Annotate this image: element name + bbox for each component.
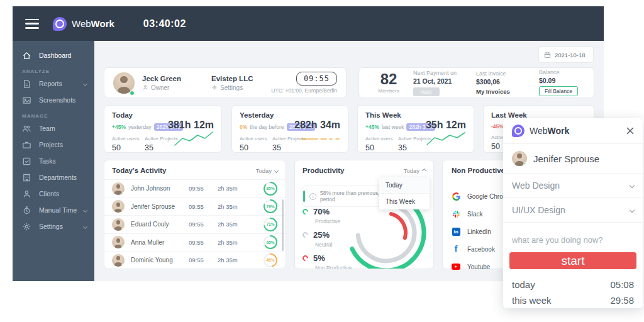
avatar bbox=[112, 236, 125, 248]
sidebar-section-analyze: ANALYZE bbox=[13, 64, 94, 75]
card-title: Today's Activity bbox=[112, 167, 166, 174]
date-picker[interactable]: 2021-10-18 bbox=[538, 47, 594, 63]
trend-line-chart bbox=[174, 130, 214, 147]
chevron-up-icon bbox=[422, 168, 426, 172]
menu-item-this-week[interactable]: This Week bbox=[379, 194, 430, 209]
start-button[interactable]: start bbox=[509, 252, 636, 269]
company-name: Evistep LLC bbox=[211, 75, 253, 82]
google-icon bbox=[452, 192, 460, 201]
activity-description-input[interactable] bbox=[503, 228, 643, 250]
user-role: Owner bbox=[151, 84, 169, 91]
home-icon bbox=[22, 51, 31, 60]
team-icon bbox=[22, 124, 31, 133]
activity-row[interactable]: Eduard Couly 09:55 2h 35m 71% bbox=[104, 215, 286, 233]
tasks-icon bbox=[22, 157, 31, 166]
gear-icon bbox=[211, 84, 218, 91]
change-percent: +45% bbox=[365, 124, 379, 130]
activity-row[interactable]: Jenifer Sprouse 09:55 2h 35m 79% bbox=[104, 197, 286, 216]
chevron-down-icon bbox=[630, 208, 635, 213]
avatar bbox=[112, 182, 125, 195]
stopwatch-icon bbox=[22, 206, 31, 215]
total-time: 282h 34m bbox=[294, 119, 340, 131]
productivity-card: Productivity Today Today This Week i 58%… bbox=[294, 160, 434, 269]
week-total-row: this week29:58 bbox=[503, 292, 643, 306]
total-time: 35h 12m bbox=[426, 119, 466, 131]
company-settings-link[interactable]: Settings bbox=[211, 84, 253, 91]
sidebar-item-departments[interactable]: Departments bbox=[13, 169, 94, 186]
topbar: WebWork 03:40:02 bbox=[13, 6, 604, 41]
info-icon: i bbox=[309, 193, 316, 200]
members-card: 82 Members Next Payment on 21 Oct, 2021 … bbox=[358, 67, 594, 98]
menu-item-today[interactable]: Today bbox=[379, 177, 430, 194]
client-icon bbox=[22, 189, 31, 199]
productivity-ring: 85% bbox=[263, 181, 278, 196]
sidebar-item-manual-time[interactable]: Manual Time bbox=[13, 202, 94, 218]
project-select[interactable]: Web Design bbox=[503, 174, 643, 198]
facebook-icon: f bbox=[452, 245, 460, 253]
balance-amount: $0.09 bbox=[539, 77, 578, 84]
sidebar-item-projects[interactable]: Projects bbox=[13, 136, 94, 153]
avatar bbox=[112, 254, 125, 267]
sidebar-item-reports[interactable]: Reports bbox=[13, 75, 94, 92]
stat-card-this-week: This Week +45% last week 282h 34m 35h 12… bbox=[357, 105, 474, 153]
week-total-value: 29:58 bbox=[610, 295, 634, 306]
tracker-brand: WebWork bbox=[530, 126, 569, 136]
scrollbar[interactable] bbox=[282, 199, 284, 251]
tracker-user-row: Jenifer Sprouse bbox=[503, 144, 643, 174]
activity-row[interactable]: John Johnson 09:55 2h 35m 85% bbox=[104, 179, 286, 197]
webwork-logo-icon bbox=[53, 17, 67, 31]
members-label: Members bbox=[364, 88, 413, 94]
sidebar-item-settings[interactable]: Settings bbox=[13, 218, 94, 235]
card-title: Productivity bbox=[303, 167, 344, 174]
activity-row[interactable]: Dominic Young 09:55 2h 35m 45% bbox=[104, 251, 286, 269]
linkedin-icon: in bbox=[452, 227, 460, 236]
productive-arc-icon bbox=[301, 208, 309, 216]
tracker-user-name: Jenifer Sprouse bbox=[533, 153, 599, 164]
report-icon bbox=[22, 79, 31, 89]
hamburger-menu-icon[interactable] bbox=[25, 19, 39, 29]
neutral-arc-icon bbox=[301, 231, 309, 239]
last-invoice-amount: $300,06 bbox=[476, 78, 539, 86]
sidebar-item-dashboard[interactable]: Dashboard bbox=[13, 47, 94, 64]
productivity-ring: 45% bbox=[263, 253, 278, 268]
members-count: 82 bbox=[364, 72, 413, 87]
fill-balance-button[interactable]: Fill Balance bbox=[539, 86, 578, 96]
gear-icon bbox=[22, 222, 31, 231]
sidebar-item-tasks[interactable]: Tasks bbox=[13, 153, 94, 169]
sidebar-item-team[interactable]: Team bbox=[13, 120, 94, 136]
change-percent: -45% bbox=[491, 123, 504, 130]
global-timer: 03:40:02 bbox=[143, 18, 186, 30]
productivity-ring: 65% bbox=[263, 235, 278, 250]
work-timer-display: 09:55 bbox=[296, 72, 337, 86]
today-total-row: today05:08 bbox=[503, 277, 643, 290]
change-percent: +45% bbox=[112, 124, 126, 130]
filter-dropdown-menu: Today This Week bbox=[379, 177, 430, 209]
auto-badge: Auto bbox=[413, 87, 440, 96]
sidebar-item-clients[interactable]: Clients bbox=[13, 186, 94, 202]
activity-filter-dropdown[interactable]: Today bbox=[256, 167, 278, 174]
productivity-filter-dropdown[interactable]: Today bbox=[404, 167, 426, 174]
stat-card-yesterday: Yesterday 0% the day before 282h 34m 282… bbox=[231, 105, 348, 153]
non-productive-arc-icon bbox=[301, 254, 309, 262]
online-status-dot bbox=[130, 91, 135, 96]
sidebar-item-screenshots[interactable]: Screenshots bbox=[13, 92, 94, 108]
screenshot-icon bbox=[22, 96, 31, 105]
sidebar: Dashboard ANALYZE Reports Screenshots MA… bbox=[13, 41, 94, 281]
activity-row[interactable]: Anna Muller 09:55 2h 35m 65% bbox=[104, 233, 286, 252]
user-name: Jeck Green bbox=[142, 75, 181, 82]
avatar bbox=[512, 151, 527, 166]
close-icon[interactable] bbox=[626, 127, 634, 135]
avatar bbox=[112, 218, 125, 231]
change-percent: 0% bbox=[240, 124, 247, 130]
productivity-ring: 71% bbox=[263, 217, 278, 232]
task-select[interactable]: UI/UX Design bbox=[503, 198, 643, 223]
trend-line-chart bbox=[426, 130, 466, 147]
my-invoices-link[interactable]: My Invoices bbox=[476, 88, 539, 95]
productivity-ring: 79% bbox=[263, 199, 278, 214]
departments-icon bbox=[22, 173, 31, 182]
today-total-value: 05:08 bbox=[610, 279, 634, 290]
stat-card-today: Today +45% yesterday 282h 34m 381h 12m A… bbox=[104, 105, 222, 153]
avatar bbox=[112, 200, 125, 213]
total-time: 381h 12m bbox=[168, 119, 214, 131]
webwork-logo-icon bbox=[512, 125, 525, 137]
